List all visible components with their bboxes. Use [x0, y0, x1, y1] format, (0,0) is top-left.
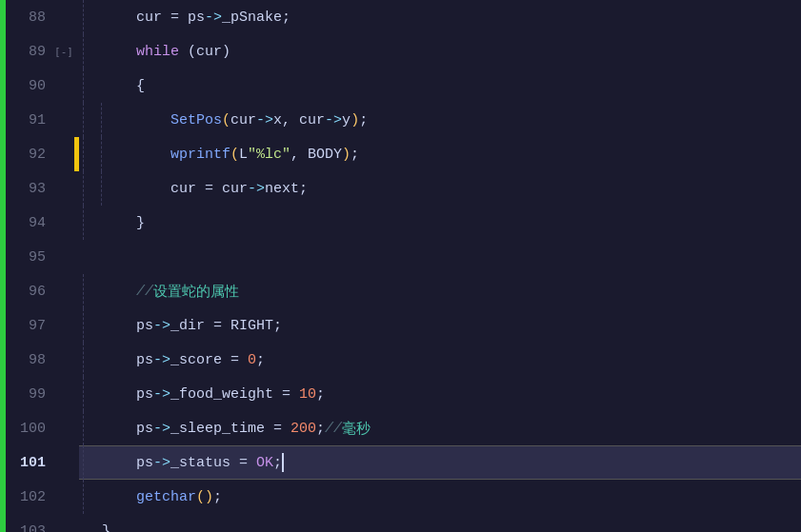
indent-guide — [83, 274, 102, 308]
token-plain: cur — [230, 112, 256, 128]
token-plain: ; — [316, 421, 325, 437]
line-number: 102 — [6, 480, 53, 514]
token-fn: getchar — [136, 489, 196, 505]
token-paren: ) — [350, 112, 359, 128]
line-number: 92 — [6, 137, 53, 171]
left-panel: 8889[-]909192939495969798991001011021031… — [6, 0, 79, 532]
token-arrow: -> — [153, 455, 170, 471]
token-cm: // — [325, 421, 342, 437]
token-plain: ps — [102, 318, 153, 334]
fold-icon — [53, 480, 74, 514]
token-num: 0 — [248, 352, 256, 368]
fold-icon — [53, 411, 74, 445]
token-plain: _dir = RIGHT; — [170, 318, 282, 334]
code-line: ps->_status = OK; — [79, 445, 801, 480]
fold-icon — [53, 0, 74, 34]
token-ok-kw: OK — [256, 455, 273, 471]
token-plain: ; — [213, 489, 222, 505]
indent-guide — [83, 445, 102, 480]
token-plain: L — [239, 147, 248, 163]
fold-icon — [53, 274, 74, 308]
code-editor: 8889[-]909192939495969798991001011021031… — [0, 0, 801, 532]
token-plain: cur = cur — [102, 181, 248, 197]
code-line: } — [79, 206, 801, 240]
token-plain: _status = — [170, 455, 256, 471]
line-number: 93 — [6, 171, 53, 206]
token-plain: } — [102, 523, 110, 533]
token-paren: ( — [230, 147, 239, 163]
token-cm: // — [136, 284, 153, 300]
token-plain: ps — [102, 455, 153, 471]
indent-guide — [83, 137, 102, 171]
fold-icon — [53, 377, 74, 411]
code-line: ps->_score = 0; — [79, 343, 801, 377]
fold-icon — [53, 308, 74, 343]
token-plain: cur = ps — [102, 10, 205, 26]
indent-guide — [83, 343, 102, 377]
token-plain: _sleep_time = — [170, 421, 290, 437]
fold-icon — [53, 69, 74, 103]
code-line: wprintf(L"%lc", BODY); — [79, 137, 801, 171]
indent-guide — [83, 411, 102, 445]
line-number: 98 — [6, 343, 53, 377]
line-number: 94 — [6, 206, 53, 240]
indent-guide — [83, 240, 102, 274]
code-line: cur = ps->_pSnake; — [79, 0, 801, 34]
code-line: ps->_food_weight = 10; — [79, 377, 801, 411]
token-paren: ( — [222, 112, 230, 128]
token-arrow: -> — [325, 112, 342, 128]
token-plain: ; — [350, 147, 359, 163]
indent-guide — [83, 69, 102, 103]
token-plain — [102, 44, 136, 60]
fold-icon[interactable]: [-] — [53, 34, 74, 69]
line-number: 96 — [6, 274, 53, 308]
indent-guide — [83, 377, 102, 411]
indent-guide — [83, 0, 102, 34]
indent-guide — [83, 103, 102, 137]
token-num: 10 — [299, 386, 316, 403]
token-num: 200 — [290, 421, 316, 437]
token-kw: while — [136, 44, 179, 60]
token-fn: SetPos — [170, 112, 222, 128]
token-plain — [102, 112, 170, 128]
token-paren: ( — [196, 489, 205, 505]
token-arrow: -> — [153, 421, 170, 437]
line-number: 103 — [6, 514, 53, 532]
token-arrow: -> — [248, 181, 265, 197]
token-plain: ; — [359, 112, 368, 128]
token-plain: } — [102, 215, 145, 231]
token-plain: ; — [256, 352, 265, 368]
token-plain: ps — [102, 421, 153, 437]
line-number: 99 — [6, 377, 53, 411]
fold-icon — [53, 206, 74, 240]
line-number: 88 — [6, 0, 53, 34]
line-number: 91 — [6, 103, 53, 137]
fold-icon — [53, 343, 74, 377]
code-line: getchar(); — [79, 480, 801, 514]
text-cursor — [282, 453, 284, 472]
token-plain — [102, 147, 170, 163]
indent-guide — [83, 171, 102, 206]
token-arrow: -> — [153, 318, 170, 334]
code-line: //设置蛇的属性 — [79, 274, 801, 308]
token-plain: ; — [273, 455, 282, 471]
token-arrow: -> — [256, 112, 273, 128]
code-line: ps->_sleep_time = 200;//毫秒 — [79, 411, 801, 445]
code-line: while (cur) — [79, 34, 801, 69]
indent-guide — [83, 480, 102, 514]
token-plain — [102, 489, 136, 505]
fold-icon — [53, 445, 74, 480]
indent-guide — [83, 206, 102, 240]
token-plain: { — [102, 78, 145, 94]
token-plain: x, cur — [273, 112, 325, 128]
fold-icon — [53, 137, 74, 171]
code-line: cur = cur->next; — [79, 171, 801, 206]
code-line: { — [79, 69, 801, 103]
token-plain: _pSnake; — [222, 10, 290, 26]
code-line — [79, 240, 801, 274]
fold-icon — [53, 103, 74, 137]
token-plain: _food_weight = — [170, 386, 299, 403]
main-area: 8889[-]909192939495969798991001011021031… — [6, 0, 801, 532]
token-plain: y — [342, 112, 350, 128]
fold-icon — [53, 240, 74, 274]
